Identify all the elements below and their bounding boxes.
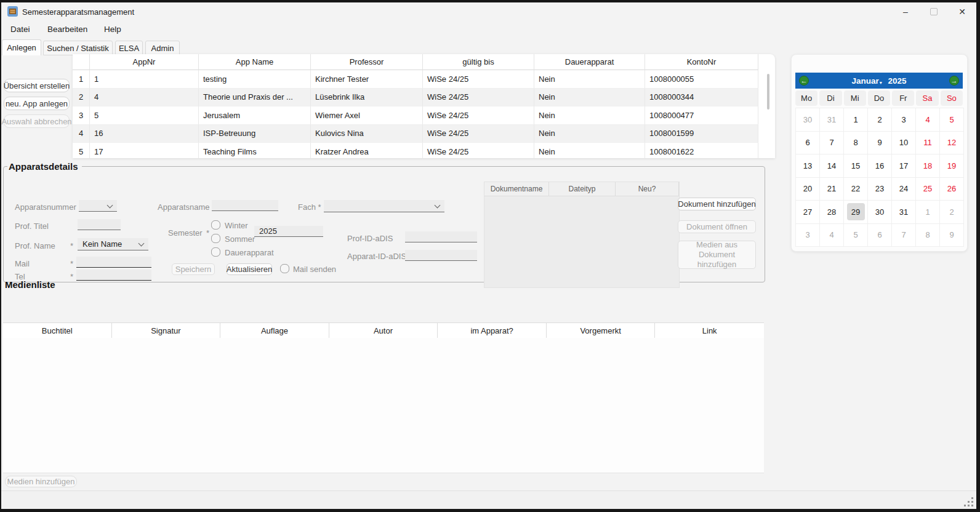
mail-senden-checkbox[interactable] [280,264,289,273]
calendar-day-cell[interactable]: 10 [892,132,916,155]
calendar-day-cell[interactable]: 7 [892,224,916,247]
tab-anlegen[interactable]: Anlegen [2,39,41,55]
calendar-day-cell[interactable]: 13 [796,154,820,178]
calendar-day-cell[interactable]: 2 [868,108,892,132]
doc-col-neu[interactable]: Neu? [616,182,679,196]
ml-col-buchtitel[interactable]: Buchtitel [3,323,112,338]
ml-col-vorgemerkt[interactable]: Vorgemerkt [547,323,656,338]
calendar-day-cell[interactable]: 23 [868,178,892,201]
calendar-day-cell[interactable]: 4 [916,108,940,132]
calendar-day-cell[interactable]: 9 [868,132,892,155]
tab-elsa[interactable]: ELSA [115,41,143,55]
col-header-appnr[interactable]: AppNr [90,54,199,70]
calendar-day-cell[interactable]: 30 [796,108,820,132]
calendar-day-cell[interactable]: 22 [844,178,868,201]
doc-col-dateityp[interactable]: Dateityp [549,182,616,196]
calendar-day-cell[interactable]: 30 [868,201,892,224]
winter-radio[interactable] [211,220,220,230]
calendar-day-cell[interactable]: 31 [820,108,844,132]
calendar-day-cell[interactable]: 8 [844,132,868,155]
neu-app-anlegen-button[interactable]: neu. App anlegen [4,97,70,110]
calendar-day-cell[interactable]: 14 [820,154,844,178]
tab-suchen-statistik[interactable]: Suchen / Statistik [43,41,113,55]
required-marker: * [70,241,73,250]
table-scrollbar[interactable] [767,74,769,110]
menu-help[interactable]: Help [104,25,121,34]
calendar-day-cell[interactable]: 18 [916,154,940,178]
ml-col-autor[interactable]: Autor [329,323,438,338]
col-header-gueltig-bis[interactable]: gültig bis [423,54,534,70]
prof-name-select[interactable]: Kein Name [78,238,148,250]
menu-datei[interactable]: Datei [10,25,30,34]
doc-col-dokumentname[interactable]: Dokumentname [484,182,549,196]
semester-year-input[interactable]: 2025 [254,226,323,237]
calendar-day-cell[interactable]: 6 [796,132,820,155]
auswahl-abbrechen-button[interactable]: Auswahl abbrechen [4,114,70,128]
calendar-day-cell[interactable]: 12 [940,132,964,155]
prof-titel-input[interactable] [78,219,121,230]
col-header-dauerapparat[interactable]: Dauerapparat [534,54,645,70]
ml-col-link[interactable]: Link [655,323,764,338]
resize-grip[interactable] [971,505,973,506]
calendar-day-cell[interactable]: 21 [820,178,844,201]
calendar-day-cell[interactable]: 3 [892,108,916,132]
calendar-day-cell[interactable]: 26 [940,178,964,201]
calendar-month-label[interactable]: Januar [852,76,879,86]
calendar-day-cell[interactable]: 5 [844,224,868,247]
calendar-day-cell[interactable]: 20 [796,178,820,201]
uebersicht-erstellen-button[interactable]: Übersicht erstellen [4,79,70,92]
maximize-button[interactable] [920,2,948,20]
calendar-day-cell[interactable]: 24 [892,178,916,201]
calendar-day-cell[interactable]: 8 [916,224,940,247]
apparat-id-adis-input[interactable] [405,250,477,261]
close-button[interactable]: ✕ [948,2,976,20]
sommer-radio[interactable] [211,234,220,243]
calendar-day-cell[interactable]: 1 [844,108,868,132]
calendar-day-cell[interactable]: 17 [892,154,916,178]
speichern-button[interactable]: Speichern [172,263,215,275]
calendar-day-cell-selected[interactable]: 29 [844,201,868,224]
medien-aus-dokument-button[interactable]: Medien aus Dokument hinzufügen [678,241,756,269]
calendar-day-cell[interactable]: 15 [844,154,868,178]
medien-hinzufuegen-button[interactable]: Medien hinzufügen [5,476,77,487]
calendar-day-cell[interactable]: 6 [868,224,892,247]
ml-col-auflage[interactable]: Auflage [220,323,329,338]
tab-admin[interactable]: Admin [145,41,180,55]
ml-col-im-apparat[interactable]: im Apparat? [438,323,547,338]
dauerapparat-radio[interactable] [211,247,220,257]
minimize-button[interactable]: – [891,2,920,20]
apparatsnummer-select[interactable] [79,200,117,212]
calendar-day-cell[interactable]: 16 [868,154,892,178]
dokument-hinzufuegen-button[interactable]: Dokument hinzufügen [678,198,756,210]
calendar-day-cell[interactable]: 4 [820,224,844,247]
calendar-year-label[interactable]: 2025 [888,76,906,86]
calendar-next-button[interactable]: → [949,76,959,86]
calendar-prev-button[interactable]: ← [799,76,809,86]
prof-id-adis-input[interactable] [405,231,477,242]
col-header-professor[interactable]: Professor [311,54,423,70]
menu-bearbeiten[interactable]: Bearbeiten [47,25,87,34]
apparatsname-input[interactable] [212,200,278,211]
col-header-kontonr[interactable]: KontoNr [645,54,758,70]
calendar-day-cell[interactable]: 7 [820,132,844,155]
calendar-day-cell[interactable]: 3 [796,224,820,247]
calendar-day-cell[interactable]: 9 [940,224,964,247]
calendar-day-cell[interactable]: 27 [796,201,820,224]
mail-input[interactable] [76,257,151,268]
dokument-oeffnen-button[interactable]: Dokument öffnen [678,220,756,233]
ml-col-signatur[interactable]: Signatur [112,323,221,338]
calendar-day-cell[interactable]: 25 [916,178,940,201]
title-bar: Semesterapparatsmanagement – ✕ [1,2,976,20]
prof-name-value: Kein Name [82,239,122,249]
calendar-day-cell[interactable]: 31 [892,201,916,224]
calendar-day-cell[interactable]: 28 [820,201,844,224]
calendar-day-cell[interactable]: 19 [940,154,964,178]
aktualisieren-button[interactable]: Aktualisieren [227,263,272,275]
calendar-day-cell[interactable]: 5 [940,108,964,132]
col-header-appname[interactable]: App Name [199,54,311,70]
fach-select[interactable] [324,200,444,212]
calendar-day-cell[interactable]: 1 [916,201,940,224]
calendar-day-cell[interactable]: 2 [940,201,964,224]
tel-input[interactable] [76,270,151,281]
calendar-day-cell[interactable]: 11 [916,132,940,155]
